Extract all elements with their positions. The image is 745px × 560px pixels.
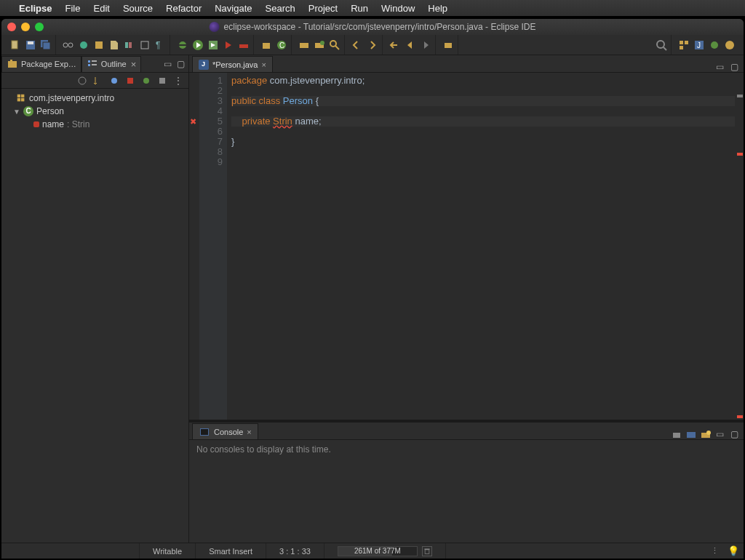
svg-point-23	[320, 41, 324, 45]
minimize-console-button[interactable]: ▭	[714, 429, 725, 439]
minimize-view-button[interactable]: ▭	[162, 59, 172, 69]
menu-search[interactable]: Search	[266, 3, 295, 14]
status-menu-button[interactable]: ⋮	[706, 546, 723, 556]
expand-arrow-icon[interactable]: ▼	[13, 108, 20, 116]
error-marker-icon[interactable]	[189, 116, 199, 127]
menu-source[interactable]: Source	[123, 3, 153, 14]
hide-fields-button[interactable]	[108, 75, 120, 87]
git-perspective-button[interactable]	[723, 39, 736, 52]
toggle-mark-button[interactable]	[108, 39, 121, 52]
save-button[interactable]	[24, 39, 37, 52]
debug-button[interactable]	[176, 39, 189, 52]
new-package-button[interactable]	[260, 39, 273, 52]
tree-class-row[interactable]: ▼ C Person	[1, 105, 188, 118]
menu-file[interactable]: File	[65, 3, 81, 14]
menu-edit[interactable]: Edit	[93, 3, 109, 14]
svg-rect-41	[92, 64, 97, 65]
tree-package-row[interactable]: com.jstevenperry.intro	[1, 92, 188, 105]
toggle-breadcrumb-button[interactable]	[62, 39, 75, 52]
coverage-run-button[interactable]	[207, 39, 220, 52]
status-writable[interactable]: Writable	[140, 543, 196, 559]
svg-rect-10	[129, 42, 132, 48]
svg-rect-37	[10, 60, 12, 62]
overview-mark[interactable]	[737, 95, 743, 97]
build-button[interactable]	[92, 39, 105, 52]
sort-button[interactable]	[92, 75, 104, 87]
menu-navigate[interactable]: Navigate	[215, 3, 252, 14]
annotation-next-button[interactable]	[366, 39, 379, 52]
back-button[interactable]	[404, 39, 417, 52]
forward-button[interactable]	[419, 39, 432, 52]
overview-bottom-mark[interactable]	[737, 415, 743, 418]
view-menu-button[interactable]: ⋮	[172, 75, 184, 87]
status-insert-mode[interactable]: Smart Insert	[196, 543, 266, 559]
close-icon[interactable]: ×	[131, 59, 137, 70]
open-perspective-button[interactable]	[677, 39, 690, 52]
open-task-button[interactable]	[313, 39, 326, 52]
hide-nonpublic-button[interactable]	[140, 75, 152, 87]
svg-rect-21	[300, 43, 308, 48]
show-whitespace-button[interactable]: ¶	[154, 39, 167, 52]
svg-rect-31	[680, 46, 683, 49]
svg-rect-14	[178, 44, 187, 46]
annotation-prev-button[interactable]	[351, 39, 364, 52]
new-class-button[interactable]: C	[275, 39, 288, 52]
svg-point-7	[80, 41, 87, 49]
memory-bar[interactable]: 261M of 377M	[338, 546, 418, 556]
run-last-button[interactable]	[222, 39, 235, 52]
code-content[interactable]: package com.jstevenperry.intro; public c…	[227, 73, 735, 420]
gc-button[interactable]	[422, 546, 432, 556]
run-button[interactable]	[191, 39, 204, 52]
maximize-view-button[interactable]: ▢	[175, 59, 186, 69]
java-perspective-button[interactable]: J	[693, 39, 706, 52]
new-button[interactable]	[9, 39, 22, 52]
close-icon[interactable]: ×	[261, 60, 266, 69]
quick-access-button[interactable]	[655, 39, 668, 52]
svg-point-5	[63, 43, 68, 47]
display-console-button[interactable]	[685, 429, 696, 439]
tip-button[interactable]: 💡	[723, 545, 744, 556]
menu-help[interactable]: Help	[428, 3, 447, 14]
last-edit-button[interactable]	[389, 39, 402, 52]
hide-local-button[interactable]	[156, 75, 168, 87]
tab-package-explorer[interactable]: Package Exp…	[1, 56, 81, 72]
window-zoom-button[interactable]	[35, 23, 44, 31]
maximize-editor-button[interactable]: ▢	[729, 62, 739, 72]
minimize-editor-button[interactable]: ▭	[714, 62, 725, 72]
svg-point-45	[143, 78, 149, 84]
svg-rect-44	[127, 78, 133, 84]
tree-field-row[interactable]: name : Strin	[1, 118, 188, 131]
pin-console-button[interactable]	[671, 429, 681, 439]
overview-ruler[interactable]	[735, 73, 744, 420]
svg-rect-8	[95, 41, 103, 49]
pin-editor-button[interactable]	[442, 39, 455, 52]
menu-refactor[interactable]: Refactor	[166, 3, 202, 14]
menu-run[interactable]: Run	[351, 3, 368, 14]
block-select-button[interactable]	[138, 39, 151, 52]
tab-outline[interactable]: Outline ×	[81, 56, 141, 72]
status-cursor-pos: 3 : 1 : 33	[266, 543, 324, 559]
open-type-button[interactable]	[298, 39, 311, 52]
external-tools-button[interactable]	[237, 39, 250, 52]
search-button[interactable]	[328, 39, 341, 52]
skip-breakpoints-button[interactable]	[77, 39, 90, 52]
menu-eclipse[interactable]: Eclipse	[19, 3, 52, 14]
svg-text:¶: ¶	[156, 40, 160, 50]
svg-point-6	[68, 43, 73, 47]
debug-perspective-button[interactable]	[708, 39, 721, 52]
window-close-button[interactable]	[7, 23, 16, 31]
close-icon[interactable]: ×	[247, 428, 251, 436]
maximize-console-button[interactable]: ▢	[729, 429, 739, 439]
menu-window[interactable]: Window	[381, 3, 415, 14]
coverage-button[interactable]	[123, 39, 136, 52]
window-minimize-button[interactable]	[21, 23, 30, 31]
menu-project[interactable]: Project	[308, 3, 338, 14]
focus-button[interactable]	[76, 75, 88, 87]
code-editor[interactable]: 123456789 package com.jstevenperry.intro…	[189, 73, 744, 420]
open-console-button[interactable]	[700, 429, 710, 439]
tab-console[interactable]: Console ×	[192, 423, 258, 439]
hide-static-button[interactable]	[124, 75, 136, 87]
editor-tab-person[interactable]: *Person.java ×	[192, 56, 273, 72]
overview-error-mark[interactable]	[737, 153, 743, 156]
save-all-button[interactable]	[39, 39, 52, 52]
